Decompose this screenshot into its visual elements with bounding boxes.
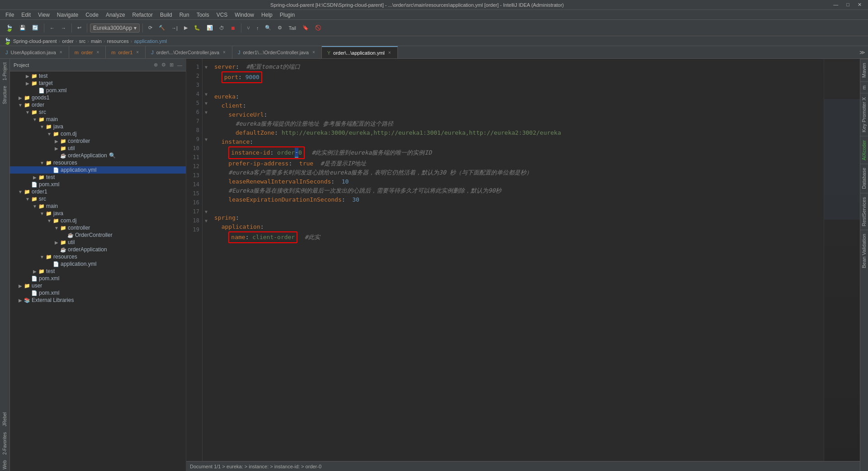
tree-item-application-yml[interactable]: ▶ 📄 application.yml	[10, 166, 186, 174]
right-panel-bean[interactable]: Bean Validation	[860, 230, 868, 272]
tree-item-external-libs[interactable]: ▶ 📚 External Libraries	[10, 297, 186, 304]
left-strip-project[interactable]: 1-Project	[1, 61, 8, 82]
tree-item-order-util[interactable]: ▶ 📁 util	[10, 145, 186, 152]
toolbar-sync-btn[interactable]: 🔄	[29, 24, 41, 32]
menu-tools[interactable]: Tools	[193, 11, 213, 19]
menu-plugin[interactable]: Plugin	[276, 11, 298, 19]
left-strip-favorites[interactable]: 2-Favorites	[1, 430, 8, 457]
tab-close-user-app[interactable]: ×	[59, 49, 63, 55]
toolbar-stop-btn[interactable]: ⏹	[228, 24, 238, 32]
tab-close-order[interactable]: ×	[95, 49, 100, 55]
menu-run[interactable]: Run	[176, 11, 193, 19]
bc-resources[interactable]: resources	[107, 38, 129, 44]
toolbar-tail-btn[interactable]: Tail	[286, 24, 299, 32]
tab-application-yml[interactable]: Y order\...\application.yml ×	[322, 46, 398, 58]
toolbar-fwd-btn[interactable]: →	[58, 24, 69, 32]
toolbar-profiler-btn[interactable]: ⏱	[217, 24, 227, 32]
toolbar-save-btn[interactable]: 💾	[17, 24, 28, 32]
sidebar-add-icon[interactable]: ⊕	[154, 62, 158, 68]
tree-item-user[interactable]: ▶ 📁 user	[10, 282, 186, 289]
toolbar-prohibit-btn[interactable]: 🚫	[312, 24, 324, 32]
tree-item-order-app[interactable]: ▶ ☕ orderApplication 🔍	[10, 152, 186, 159]
tree-item-order[interactable]: ▼ 📁 order	[10, 101, 186, 108]
minimize-button[interactable]: —	[830, 2, 841, 8]
tree-item-order-resources[interactable]: ▼ 📁 resources	[10, 159, 186, 166]
toolbar-step-btn[interactable]: →|	[169, 24, 180, 32]
menu-code[interactable]: Code	[82, 11, 102, 19]
tree-item-user-pom[interactable]: ▶ 📄 pom.xml	[10, 289, 186, 297]
tree-item-order1-comdj[interactable]: ▼ 📁 com.dj	[10, 217, 186, 224]
close-button[interactable]: ✕	[855, 2, 864, 8]
tab-overflow-button[interactable]: ≫	[857, 46, 868, 58]
tree-item-order-test[interactable]: ▶ 📁 test	[10, 174, 186, 181]
toolbar-build-btn[interactable]: 🔨	[156, 24, 168, 32]
tree-item-order-main[interactable]: ▼ 📁 main	[10, 116, 186, 123]
left-strip-structure[interactable]: Structure	[1, 84, 8, 106]
right-panel-key-promoter[interactable]: Key Promoter X	[860, 93, 868, 136]
toolbar-back-btn[interactable]: ←	[47, 24, 57, 32]
tab-close-order1[interactable]: ×	[135, 49, 140, 55]
menu-refactor[interactable]: Refactor	[129, 11, 156, 19]
sidebar-options-icon[interactable]: ⚙	[161, 62, 166, 68]
toolbar-search-btn[interactable]: 🔍	[262, 24, 274, 32]
tree-item-order1-java[interactable]: ▼ 📁 java	[10, 210, 186, 217]
menu-vcs[interactable]: VCS	[213, 11, 231, 19]
tab-close-order1-ctrl[interactable]: ×	[311, 49, 316, 55]
tree-item-order-pom[interactable]: ▶ 📄 pom.xml	[10, 181, 186, 188]
toolbar-debug-btn[interactable]: 🐛	[191, 24, 203, 32]
menu-analyze[interactable]: Analyze	[102, 11, 129, 19]
toolbar-git-btn[interactable]: ⑂	[244, 24, 253, 32]
tree-item-order1[interactable]: ▼ 📁 order1	[10, 188, 186, 195]
tree-item-order1-util[interactable]: ▶ 📁 util	[10, 239, 186, 246]
right-panel-rest[interactable]: RestServices	[860, 193, 868, 230]
menu-build[interactable]: Build	[156, 11, 176, 19]
menu-view[interactable]: View	[34, 11, 53, 19]
tree-item-order1-main[interactable]: ▼ 📁 main	[10, 203, 186, 210]
tree-item-order-comdj[interactable]: ▼ 📁 com.dj	[10, 130, 186, 137]
toolbar-commit-btn[interactable]: ↑	[254, 24, 262, 32]
bc-spring-cloud-parent[interactable]: Spring-cloud-parent	[13, 38, 57, 44]
left-strip-web[interactable]: Web	[1, 458, 8, 471]
bc-src[interactable]: src	[79, 38, 86, 44]
tree-item-order-java[interactable]: ▼ 📁 java	[10, 123, 186, 130]
tree-item-goods1[interactable]: ▶ 📁 goods1	[10, 94, 186, 101]
menu-file[interactable]: File	[2, 11, 18, 19]
toolbar-refresh-btn[interactable]: ⟳	[146, 24, 155, 32]
menu-edit[interactable]: Edit	[18, 11, 34, 19]
sidebar-collapse-icon[interactable]: —	[177, 62, 182, 68]
right-panel-m[interactable]: m	[860, 81, 868, 93]
toolbar-settings-btn[interactable]: ⚙	[275, 24, 285, 32]
tree-item-order1-src[interactable]: ▼ 📁 src	[10, 195, 186, 203]
bc-main[interactable]: main	[91, 38, 102, 44]
tab-order1-ctrl[interactable]: J order1\...\OrderController.java ×	[232, 46, 322, 58]
toolbar-run-config-dropdown[interactable]: Eureka3000App ▾	[90, 24, 140, 33]
left-strip-jrebel[interactable]: JRebel	[1, 410, 8, 428]
tree-item-order1-test[interactable]: ▶ 📁 test	[10, 268, 186, 275]
menu-help[interactable]: Help	[258, 11, 276, 19]
tab-close-application-yml[interactable]: ×	[387, 50, 392, 56]
right-panel-database[interactable]: Database	[860, 164, 868, 193]
tree-item-order1-app[interactable]: ▶ ☕ orderApplication	[10, 246, 186, 253]
code-content[interactable]: server: #配置tomcat的端口 port: 9000 eureka: …	[210, 59, 824, 461]
tab-order-ctrl[interactable]: J order\...\OrderController.java ×	[146, 46, 232, 58]
tree-item-order-controller[interactable]: ▶ 📁 controller	[10, 137, 186, 145]
bc-order[interactable]: order	[62, 38, 74, 44]
sidebar-expand-icon[interactable]: ⊞	[170, 62, 174, 68]
toolbar-run-btn[interactable]: ▶	[181, 24, 190, 32]
maximize-button[interactable]: □	[844, 2, 852, 8]
tree-item-order-src[interactable]: ▼ 📁 src	[10, 108, 186, 116]
tree-item-test[interactable]: ▶ 📁 test	[10, 72, 186, 80]
menu-window[interactable]: Window	[231, 11, 258, 19]
toolbar-undo-btn[interactable]: ↩	[75, 24, 84, 32]
tree-item-pom-root[interactable]: ▶ 📄 pom.xml	[10, 87, 186, 94]
right-panel-maven[interactable]: Maven	[860, 59, 868, 81]
code-editor[interactable]: 1 2 3 4 5 6 7 8 9 10 11 12 13 14 15 16 1…	[186, 59, 860, 461]
tab-close-order-ctrl[interactable]: ×	[222, 49, 226, 55]
tree-item-order1-pom[interactable]: ▶ 📄 pom.xml	[10, 275, 186, 282]
tree-item-order1-controller[interactable]: ▼ 📁 controller	[10, 224, 186, 231]
tab-order[interactable]: m order ×	[69, 46, 106, 58]
toolbar-project-icon[interactable]: 🍃	[3, 24, 16, 33]
tree-item-order-controller-class[interactable]: ▶ ☕ OrderController	[10, 231, 186, 239]
tab-user-application[interactable]: J UserApplication.java ×	[0, 46, 69, 58]
tree-item-order1-yml[interactable]: ▶ 📄 application.yml	[10, 260, 186, 268]
